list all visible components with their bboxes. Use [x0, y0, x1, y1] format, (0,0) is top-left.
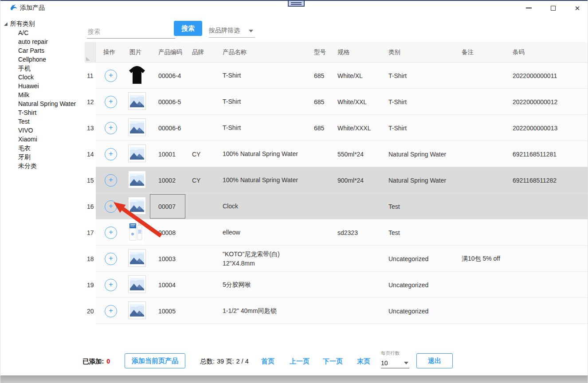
sidebar-category[interactable]: Xiaomi [4, 135, 83, 144]
sidebar-category[interactable]: Car Parts [4, 46, 83, 55]
add-product-button[interactable]: + [105, 96, 117, 108]
spec-cell: White/XXL [334, 89, 384, 115]
barcode-cell: 6921168511281 [508, 141, 588, 167]
add-product-button[interactable]: + [105, 148, 117, 160]
header-product-code[interactable]: 产品编码 [151, 42, 187, 62]
sidebar-category[interactable]: 牙刷 [4, 152, 83, 161]
titlebar: 添加产品 ✕ [0, 0, 588, 15]
table-row[interactable]: 17 + [85, 219, 588, 246]
header-operation[interactable]: 操作 [96, 42, 122, 62]
next-page-link[interactable]: 下一页 [323, 352, 343, 371]
minimize-button[interactable] [522, 4, 535, 12]
product-code-cell[interactable]: 00008 [151, 219, 187, 246]
add-product-button[interactable]: + [105, 70, 117, 82]
header-brand[interactable]: 品牌 [187, 42, 218, 62]
search-button[interactable]: 搜索 [174, 21, 202, 36]
product-name-cell: 100% Natural Spring Water [218, 167, 311, 193]
brand-filter-dropdown[interactable]: 按品牌筛选 [209, 24, 255, 38]
table-row[interactable]: 15 + [85, 167, 588, 193]
maximize-icon [551, 6, 556, 11]
table-row[interactable]: 20 + [85, 298, 588, 324]
remark-cell [457, 298, 508, 324]
sidebar-category[interactable]: 毛衣 [4, 144, 83, 152]
add-product-button[interactable]: + [105, 174, 117, 187]
maximize-button[interactable] [546, 4, 560, 12]
spec-cell [334, 298, 384, 324]
product-code-cell[interactable]: 10003 [151, 246, 187, 272]
search-input[interactable] [87, 25, 175, 39]
row-number: 15 [85, 167, 96, 193]
product-code-cell[interactable]: 00006-4 [151, 63, 187, 89]
product-code-cell[interactable]: 00007 [151, 193, 187, 219]
table-row[interactable]: 14 + [85, 141, 588, 167]
first-page-link[interactable]: 首页 [261, 352, 274, 371]
header-model[interactable]: 型号 [311, 42, 334, 62]
remark-cell [457, 272, 508, 298]
brand-cell [187, 63, 218, 89]
image-placeholder-icon [128, 301, 146, 320]
image-placeholder-icon [128, 249, 146, 268]
exit-button[interactable]: 退出 [416, 353, 453, 368]
product-code-cell[interactable]: 10002 [151, 167, 187, 193]
header-category[interactable]: 类别 [384, 42, 457, 62]
header-product-name[interactable]: 产品名称 [218, 42, 311, 62]
header-barcode[interactable]: 条码 [508, 42, 588, 62]
table-row[interactable]: 12 + [85, 89, 588, 115]
product-code-cell[interactable]: 10005 [151, 298, 187, 324]
product-code-cell[interactable]: 00006-5 [151, 89, 187, 115]
sidebar-category[interactable]: 手机 [4, 64, 83, 73]
sidebar-category[interactable]: Test [4, 117, 83, 126]
product-code-cell[interactable]: 10001 [151, 141, 187, 167]
operation-cell: + [96, 298, 122, 324]
add-current-page-button[interactable]: 添加当前页产品 [125, 353, 185, 368]
add-product-button[interactable]: + [105, 305, 117, 317]
header-remark[interactable]: 备注 [457, 42, 508, 62]
tree-expander-icon[interactable]: ◢ [4, 22, 8, 26]
brand-cell [187, 272, 218, 298]
add-product-button[interactable]: + [105, 279, 117, 291]
sidebar-category[interactable]: VIVO [4, 126, 83, 135]
add-product-button[interactable]: + [105, 200, 117, 213]
prev-page-link[interactable]: 上一页 [290, 352, 310, 371]
table-row[interactable]: 11 + [85, 63, 588, 89]
table-row[interactable]: 18 + [85, 246, 588, 272]
product-code-cell[interactable]: 00006-6 [151, 115, 187, 141]
sidebar-category[interactable]: T-Shirt [4, 108, 83, 117]
model-cell [311, 298, 334, 324]
sidebar-category[interactable]: Milk [4, 90, 83, 99]
product-code-cell[interactable]: 10004 [151, 272, 187, 298]
sidebar-category[interactable]: A/C [4, 28, 83, 37]
table-row[interactable]: 19 + [85, 272, 588, 298]
header-spec[interactable]: 规格 [334, 42, 384, 62]
page-indicator: 页: 2 / 4 [226, 352, 249, 371]
sidebar-category[interactable]: 未分类 [4, 161, 83, 170]
table-row[interactable]: 16 + [85, 193, 588, 219]
add-product-button[interactable]: + [105, 253, 117, 265]
sidebar-root-all-categories[interactable]: ◢ 所有类别 [4, 20, 83, 28]
remark-cell: 满10包 5% off [457, 246, 508, 272]
remark-cell [457, 219, 508, 246]
add-product-button[interactable]: + [105, 227, 117, 239]
window-bottom-edge [0, 375, 588, 383]
row-number: 12 [85, 89, 96, 115]
table-row[interactable]: 13 + [85, 115, 588, 141]
sidebar-category[interactable]: Clock [4, 73, 83, 82]
last-page-link[interactable]: 末页 [357, 352, 370, 371]
close-button[interactable]: ✕ [571, 4, 584, 12]
header-image[interactable]: 图片 [122, 42, 151, 62]
add-product-button[interactable]: + [105, 122, 117, 134]
added-label: 已添加: [82, 357, 104, 366]
brand-cell [187, 115, 218, 141]
sidebar-category[interactable]: auto repair [4, 37, 83, 46]
barcode-cell: 2022000000012 [508, 89, 588, 115]
rows-per-page-dropdown[interactable]: 每页行数 10 [381, 350, 409, 371]
sidebar-category[interactable]: Huawei [4, 82, 83, 90]
sidebar-category[interactable]: Cellphone [4, 55, 83, 64]
model-cell: 685 [311, 115, 334, 141]
grid-body: 11 + [85, 63, 588, 324]
sidebar-category[interactable]: Natural Spring Water [4, 99, 83, 108]
dolphin-app-icon [9, 4, 18, 12]
grid-header: 操作 图片 产品编码 品牌 产品名称 型号 规格 类别 备注 条码 [85, 42, 588, 63]
product-photo [128, 220, 144, 245]
window-drag-handle[interactable] [288, 1, 305, 7]
